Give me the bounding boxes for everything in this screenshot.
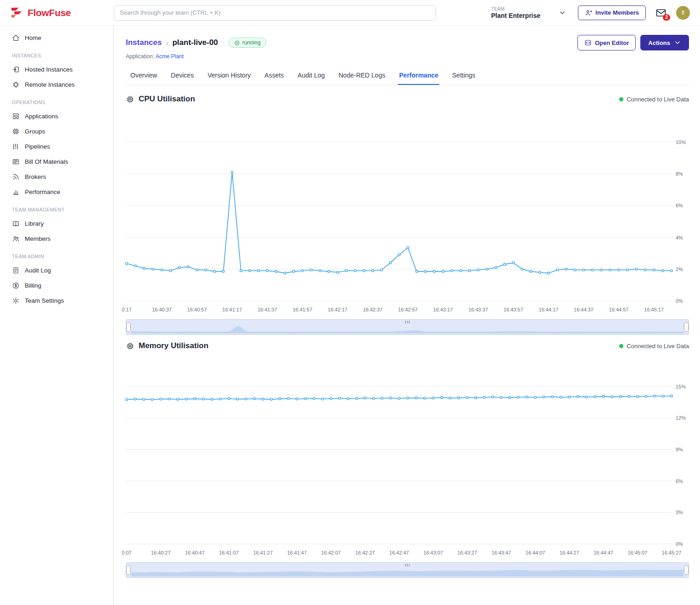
svg-text:16:44:47: 16:44:47	[594, 550, 613, 555]
svg-text:12%: 12%	[676, 415, 686, 421]
svg-text:2%: 2%	[676, 266, 683, 272]
svg-text:16:43:47: 16:43:47	[492, 550, 511, 555]
sidebar-item-label: Hosted Instances	[25, 66, 73, 73]
svg-text:3%: 3%	[676, 510, 683, 515]
editor-icon	[584, 39, 592, 46]
team-label: TEAM:	[491, 6, 540, 11]
sidebar-item-home[interactable]: Home	[0, 30, 113, 45]
sidebar-item-pipelines[interactable]: Pipelines	[0, 139, 113, 154]
svg-text:16:43:07: 16:43:07	[423, 550, 443, 555]
svg-text:0:07: 0:07	[122, 550, 131, 555]
live-status-label: Connected to Live Data	[627, 343, 689, 350]
svg-text:16:41:07: 16:41:07	[219, 550, 239, 555]
svg-text:16:43:17: 16:43:17	[433, 307, 453, 312]
sidebar-item-hosted-instances[interactable]: Hosted Instances	[0, 62, 113, 77]
svg-text:16:45:27: 16:45:27	[662, 550, 682, 555]
svg-text:16:42:17: 16:42:17	[328, 307, 347, 312]
tab-version-history[interactable]: Version History	[207, 67, 252, 85]
live-status-label: Connected to Live Data	[627, 96, 689, 103]
invite-members-label: Invite Members	[595, 9, 639, 16]
actions-button[interactable]: Actions	[640, 35, 689, 50]
groups-icon	[12, 128, 20, 135]
remote-instances-icon	[12, 81, 20, 89]
brokers-icon	[12, 173, 20, 181]
sidebar-item-label: Billing	[25, 282, 41, 289]
svg-text:16:41:27: 16:41:27	[253, 550, 273, 555]
svg-text:16:44:37: 16:44:37	[574, 307, 594, 312]
svg-text:16:40:37: 16:40:37	[152, 307, 172, 312]
team-selector[interactable]: TEAM: Plant Enterprise	[488, 5, 569, 21]
running-status-icon	[234, 40, 240, 46]
sidebar-item-bill-of-materials[interactable]: Bill Of Materials	[0, 154, 113, 169]
team-settings-icon	[12, 297, 20, 305]
cpu-chart-plot: 0%2%4%6%8%10%0:1716:40:3716:40:5716:41:1…	[126, 108, 689, 318]
sidebar-item-label: Audit Log	[25, 267, 51, 274]
flowfuse-logo[interactable]: FlowFuse	[0, 7, 114, 19]
tab-performance[interactable]: Performance	[398, 67, 439, 85]
notifications-button[interactable]: 2	[655, 7, 667, 18]
home-icon	[12, 34, 20, 42]
status-badge: running	[229, 38, 266, 48]
flowfuse-logo-icon	[10, 7, 24, 19]
sidebar-item-team-settings[interactable]: Team Settings	[0, 293, 113, 308]
memory-chart-range-brush[interactable]	[126, 562, 689, 578]
tab-audit-log[interactable]: Audit Log	[297, 67, 325, 85]
sidebar-item-remote-instances[interactable]: Remote Instances	[0, 77, 113, 92]
sidebar-section-title-team-admin: TEAM ADMIN	[0, 246, 113, 263]
tab-overview[interactable]: Overview	[129, 67, 158, 85]
svg-text:0%: 0%	[676, 541, 683, 547]
sidebar-item-brokers[interactable]: Brokers	[0, 169, 113, 184]
sidebar-item-label: Bill Of Materials	[25, 158, 68, 165]
sidebar-item-audit-log[interactable]: Audit Log	[0, 263, 113, 278]
svg-text:16:42:47: 16:42:47	[389, 550, 409, 555]
chevron-right-icon: ›	[166, 39, 168, 47]
cpu-chart-range-brush[interactable]	[126, 319, 689, 335]
invite-members-button[interactable]: Invite Members	[578, 6, 646, 20]
open-editor-button[interactable]: Open Editor	[577, 35, 636, 50]
sidebar-item-members[interactable]: Members	[0, 231, 113, 246]
application-link[interactable]: Acme Plant	[156, 53, 184, 60]
sidebar-item-label: Library	[25, 220, 44, 227]
svg-text:16:42:57: 16:42:57	[398, 307, 418, 312]
sidebar-item-label: Remote Instances	[25, 81, 75, 88]
members-icon	[12, 235, 20, 243]
svg-text:16:40:57: 16:40:57	[187, 307, 207, 312]
avatar-initials: fl	[682, 10, 684, 16]
svg-text:16:45:17: 16:45:17	[644, 307, 664, 312]
hosted-instances-icon	[12, 66, 20, 73]
memory-chart-title: Memory Utilisation	[139, 341, 208, 350]
sidebar-item-label: Members	[25, 235, 50, 242]
sidebar-item-applications[interactable]: Applications	[0, 109, 113, 124]
memory-chart-plot: 0%3%6%9%12%15%0:0716:40:2716:40:4716:41:…	[126, 355, 689, 561]
svg-text:16:44:57: 16:44:57	[609, 307, 629, 312]
application-label: Application:	[126, 53, 154, 60]
breadcrumb-instances-link[interactable]: Instances	[126, 38, 162, 47]
svg-text:16:43:27: 16:43:27	[457, 550, 477, 555]
open-editor-label: Open Editor	[595, 39, 629, 46]
audit-log-icon	[12, 266, 20, 274]
sidebar-item-billing[interactable]: Billing	[0, 278, 113, 293]
search-input[interactable]	[114, 5, 436, 21]
svg-text:16:40:27: 16:40:27	[151, 550, 171, 555]
sidebar-item-groups[interactable]: Groups	[0, 124, 113, 139]
tab-assets[interactable]: Assets	[263, 67, 285, 85]
live-dot-icon	[619, 344, 623, 348]
sidebar-item-performance[interactable]: Performance	[0, 184, 113, 200]
user-plus-icon	[585, 9, 592, 17]
tab-devices[interactable]: Devices	[170, 67, 195, 85]
svg-text:9%: 9%	[676, 447, 683, 452]
user-avatar[interactable]: fl	[676, 6, 690, 20]
svg-text:16:44:27: 16:44:27	[560, 550, 579, 555]
instance-tabs: Overview Devices Version History Assets …	[126, 67, 689, 85]
chevron-down-icon	[559, 9, 566, 17]
brand-name: FlowFuse	[28, 7, 71, 18]
sidebar-item-library[interactable]: Library	[0, 216, 113, 231]
svg-text:10%: 10%	[676, 139, 686, 145]
sidebar-item-label: Brokers	[25, 173, 46, 180]
bom-icon	[12, 158, 20, 166]
svg-text:16:45:07: 16:45:07	[627, 550, 647, 555]
tab-settings[interactable]: Settings	[451, 67, 476, 85]
tab-node-red-logs[interactable]: Node-RED Logs	[338, 67, 386, 85]
memory-chip-icon	[126, 342, 134, 350]
svg-text:16:41:47: 16:41:47	[287, 550, 307, 555]
